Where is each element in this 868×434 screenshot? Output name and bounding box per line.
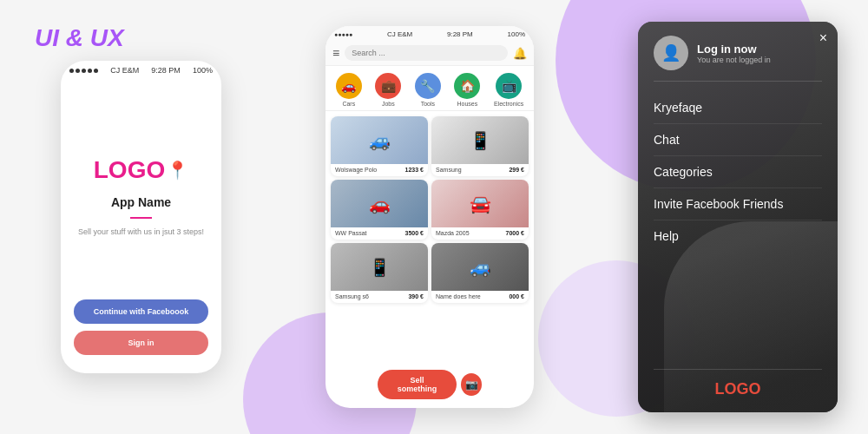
listing-name-1: Wolswage Polo <box>335 167 377 173</box>
cat-label-houses: Houses <box>457 101 478 107</box>
categories-row: 🚗 Cars 💼 Jobs 🔧 Tools 🏠 Houses 📺 Electro… <box>326 66 534 111</box>
avatar: 👤 <box>654 36 688 70</box>
logo-area: LOGO 📍 App Name Sell your stuff with us … <box>78 95 204 299</box>
tools-icon: 🔧 <box>415 73 441 99</box>
listing-image-5: 📱 <box>331 243 428 291</box>
listing-info-1: Wolswage Polo 1233 € <box>331 164 428 176</box>
login-title: Log in now <box>697 43 771 56</box>
cat-cars[interactable]: 🚗 Cars <box>336 73 362 107</box>
name-divider <box>130 217 152 219</box>
brand-title: UI & UX <box>35 24 124 52</box>
status-bar-2: ●●●●● CJ E&M 9:28 PM 100% <box>326 26 534 41</box>
listing-card[interactable]: 📱 Samsung s6 390 € <box>331 243 428 303</box>
nav-item-chat[interactable]: Chat <box>654 124 822 156</box>
nav-item-categories[interactable]: Categories <box>654 156 822 188</box>
cars-icon: 🚗 <box>336 73 362 99</box>
listing-name-4: Mazda 2005 <box>436 230 470 236</box>
user-section: 👤 Log in now You are not logged in <box>654 36 822 82</box>
electronics-icon: 📺 <box>496 73 522 99</box>
listing-image-6: 🚙 <box>431 243 529 291</box>
panel-nav: Kryefaqe Chat Categories Invite Facebook… <box>654 92 822 369</box>
listing-name-6: Name does here <box>436 293 481 299</box>
panel-footer-logo: LOGO <box>654 369 822 398</box>
cat-jobs[interactable]: 💼 Jobs <box>375 73 401 107</box>
listing-image-1: 🚙 <box>331 116 428 164</box>
app-logo: LOGO 📍 <box>94 156 188 184</box>
menu-panel: × 👤 Log in now You are not logged in Kry… <box>638 22 838 412</box>
phone1-body: LOGO 📍 App Name Sell your stuff with us … <box>61 77 221 368</box>
cat-electronics[interactable]: 📺 Electronics <box>494 73 523 107</box>
time-1: 9:28 PM <box>151 66 181 75</box>
cat-label-jobs: Jobs <box>382 101 395 107</box>
app-tagline: Sell your stuff with us in jsut 3 steps! <box>78 227 204 238</box>
listing-image-4: 🚘 <box>431 180 529 227</box>
listing-card[interactable]: 🚗 WW Passat 3500 € <box>331 180 428 240</box>
bell-icon[interactable]: 🔔 <box>513 47 527 60</box>
listing-info-6: Name does here 000 € <box>431 291 529 303</box>
time-2: 9:28 PM <box>447 30 473 38</box>
listing-price-2: 299 € <box>509 167 524 173</box>
listings-grid: 🚙 Wolswage Polo 1233 € 📱 Samsung 299 € 🚗… <box>326 111 534 308</box>
nav-item-help[interactable]: Help <box>654 220 822 252</box>
cat-label-tools: Tools <box>421 101 435 107</box>
listing-info-3: WW Passat 3500 € <box>331 227 428 240</box>
jobs-icon: 💼 <box>375 73 401 99</box>
listing-card[interactable]: 🚙 Name does here 000 € <box>431 243 529 303</box>
cat-label-cars: Cars <box>342 101 355 107</box>
signal-dots <box>69 69 98 73</box>
listing-price-6: 000 € <box>509 293 524 299</box>
listing-card[interactable]: 🚘 Mazda 2005 7000 € <box>431 180 529 240</box>
listing-price-4: 7000 € <box>506 230 524 236</box>
nav-item-kryefaqe[interactable]: Kryefaqe <box>654 92 822 124</box>
login-subtitle: You are not logged in <box>697 56 771 64</box>
listing-info-5: Samsung s6 390 € <box>331 291 428 303</box>
search-bar: ≡ 🔔 <box>326 41 534 66</box>
battery-2: 100% <box>508 30 525 38</box>
listing-info-2: Samsung 299 € <box>431 164 529 176</box>
listing-name-2: Samsung <box>436 167 462 173</box>
facebook-button[interactable]: Continue with Faceboook <box>74 299 208 324</box>
listing-image-3: 🚗 <box>331 180 428 227</box>
listing-price-5: 390 € <box>408 293 424 299</box>
phone-marketplace: ●●●●● CJ E&M 9:28 PM 100% ≡ 🔔 🚗 Cars 💼 J… <box>326 26 534 408</box>
listing-price-3: 3500 € <box>405 230 424 236</box>
search-input[interactable] <box>345 45 508 61</box>
carrier-2: CJ E&M <box>387 30 412 38</box>
app-name: App Name <box>111 195 171 209</box>
signal-2: ●●●●● <box>334 31 352 37</box>
login-info: Log in now You are not logged in <box>697 43 771 64</box>
panel-content: 👤 Log in now You are not logged in Kryef… <box>638 22 838 412</box>
nav-item-invite[interactable]: Invite Facebook Friends <box>654 188 822 220</box>
cat-houses[interactable]: 🏠 Houses <box>454 73 480 107</box>
hamburger-icon[interactable]: ≡ <box>332 46 339 60</box>
cat-tools[interactable]: 🔧 Tools <box>415 73 441 107</box>
listing-card[interactable]: 🚙 Wolswage Polo 1233 € <box>331 116 428 176</box>
phone-splash: CJ E&M 9:28 PM 100% LOGO 📍 App Name Sell… <box>61 61 221 373</box>
listing-name-5: Samsung s6 <box>335 293 369 299</box>
signin-button[interactable]: Sign in <box>74 331 208 355</box>
listing-price-1: 1233 € <box>405 167 424 173</box>
status-bar-1: CJ E&M 9:28 PM 100% <box>61 61 221 77</box>
listing-info-4: Mazda 2005 7000 € <box>431 227 529 240</box>
listing-card[interactable]: 📱 Samsung 299 € <box>431 116 529 176</box>
camera-button[interactable]: 📷 <box>461 373 482 396</box>
listing-image-2: 📱 <box>431 116 529 164</box>
sell-button[interactable]: Sell something <box>378 370 457 399</box>
close-button[interactable]: × <box>819 30 827 46</box>
carrier-1: CJ E&M <box>110 66 139 75</box>
pin-icon: 📍 <box>167 160 188 181</box>
battery-1: 100% <box>193 66 213 75</box>
listing-name-3: WW Passat <box>335 230 367 236</box>
cat-label-electronics: Electronics <box>494 101 523 107</box>
houses-icon: 🏠 <box>454 73 480 99</box>
